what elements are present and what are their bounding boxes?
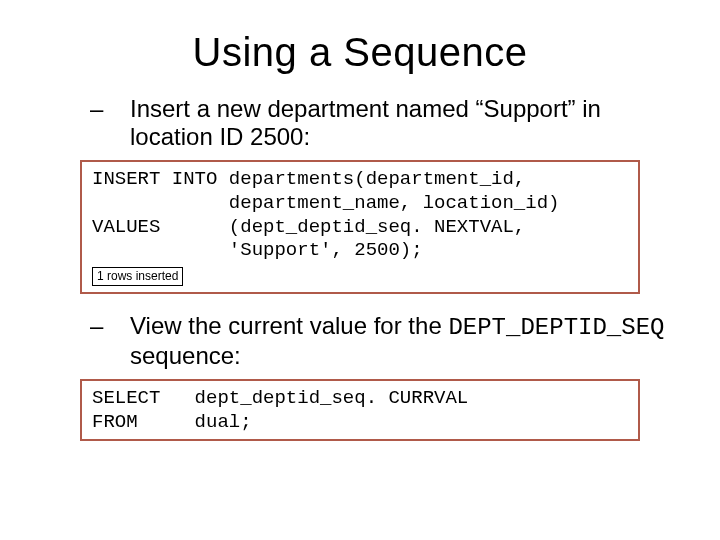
code-line: INSERT INTO departments(department_id, bbox=[92, 168, 525, 190]
code-line: SELECT dept_deptid_seq. CURRVAL bbox=[92, 387, 468, 409]
code-line: VALUES (dept_deptid_seq. NEXTVAL, bbox=[92, 216, 525, 238]
sequence-name-inline: DEPT_DEPTID_SEQ bbox=[448, 314, 664, 341]
code-line: department_name, location_id) bbox=[92, 192, 559, 214]
bullet-view: – View the current value for the DEPT_DE… bbox=[40, 312, 680, 369]
bullet-insert: – Insert a new department named “Support… bbox=[40, 95, 680, 150]
code-block-insert: INSERT INTO departments(department_id, d… bbox=[80, 160, 640, 294]
bullet-view-text-after: sequence: bbox=[130, 342, 241, 369]
bullet-insert-text: Insert a new department named “Support” … bbox=[130, 95, 601, 150]
bullet-view-text-before: View the current value for the bbox=[130, 312, 448, 339]
bullet-dash: – bbox=[110, 312, 130, 340]
slide: Using a Sequence – Insert a new departme… bbox=[0, 0, 720, 540]
bullet-dash: – bbox=[110, 95, 130, 123]
code-line: 'Support', 2500); bbox=[92, 239, 423, 261]
result-box: 1 rows inserted bbox=[92, 267, 183, 286]
code-line: FROM dual; bbox=[92, 411, 252, 433]
page-title: Using a Sequence bbox=[40, 30, 680, 75]
code-block-select: SELECT dept_deptid_seq. CURRVAL FROM dua… bbox=[80, 379, 640, 441]
